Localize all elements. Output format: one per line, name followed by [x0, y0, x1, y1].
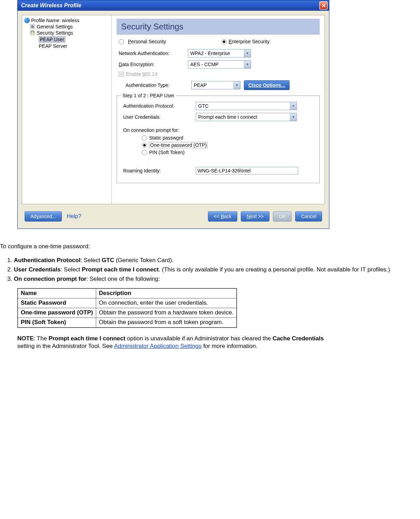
button-bar: Advanced... Help? << Back Next >> OK Can… — [20, 206, 327, 226]
otp-label: One-time password (OTP) — [149, 142, 208, 148]
tree-root-label: Profile Name: wireless — [31, 18, 79, 23]
radio-icon — [119, 39, 124, 44]
auth-type-dropdown[interactable]: PEAP ▼ — [191, 81, 240, 89]
tree-peap-server[interactable]: PEAP Server — [24, 43, 110, 49]
next-button[interactable]: Next >> — [241, 211, 270, 222]
doc-step-1: Authentication Protocol: Select GTC (Gen… — [14, 257, 420, 265]
table-row: One-time password (OTP)Obtain the passwo… — [18, 308, 237, 317]
network-auth-value: WPA2 - Enterprise — [188, 51, 244, 56]
tree-general-label: General Settings — [37, 24, 73, 29]
doc-intro: To configure a one-time password: — [0, 243, 420, 251]
network-auth-label: Network Authentication: — [119, 51, 188, 56]
user-cred-value: Prompt each time I connect — [196, 114, 290, 120]
chevron-down-icon: ▼ — [244, 61, 250, 68]
cancel-button[interactable]: Cancel — [295, 211, 322, 222]
enterprise-security-label: nterprise Security — [232, 39, 270, 44]
window-title: Create Wireless Profile — [19, 2, 81, 9]
dialog-body: Profile Name: wireless General Settings … — [22, 15, 325, 204]
tree-peap-server-label: PEAP Server — [39, 43, 67, 49]
roaming-identity-input[interactable]: WNG-SE-LP14-326\Intel — [196, 167, 298, 175]
step-legend: Step 1 of 2 : PEAP User — [121, 93, 176, 98]
ok-button[interactable]: OK — [273, 211, 292, 222]
user-cred-label: User Credentials: — [123, 114, 196, 120]
static-password-radio[interactable]: Static password — [142, 135, 315, 141]
radio-icon — [142, 135, 147, 141]
chevron-down-icon: ▼ — [234, 81, 240, 89]
radio-selected-icon — [142, 143, 147, 148]
chevron-down-icon: ▼ — [244, 50, 250, 57]
create-wireless-profile-dialog: Create Wireless Profile ✕ Profile Name: … — [17, 0, 329, 229]
advanced-button[interactable]: Advanced... — [25, 211, 62, 222]
auth-proto-label: Authentication Protocol: — [123, 103, 196, 109]
network-auth-dropdown[interactable]: WPA2 - Enterprise ▼ — [188, 49, 251, 57]
auth-proto-dropdown[interactable]: GTC ▼ — [196, 102, 297, 110]
tree-general[interactable]: General Settings — [24, 24, 110, 30]
close-icon[interactable]: ✕ — [319, 1, 328, 10]
enable-8021x-checkbox: ✓ Enable 802.1X — [117, 71, 320, 77]
back-button[interactable]: << Back — [208, 211, 237, 222]
doc-step-3: On connection prompt for: Select one of … — [14, 275, 420, 283]
tree-peap-user[interactable]: PEAP User — [24, 36, 110, 43]
personal-security-radio[interactable]: Personal Security — [119, 39, 166, 44]
lock-icon — [30, 30, 35, 36]
page-title: Security Settings — [117, 19, 320, 35]
doc-section: To configure a one-time password: Authen… — [0, 243, 420, 350]
enterprise-security-radio[interactable]: Enterprise Security — [221, 39, 270, 44]
personal-security-label: ersonal Security — [131, 39, 166, 44]
admin-settings-link[interactable]: Administrator Application Settings — [114, 343, 201, 349]
tree-root[interactable]: Profile Name: wireless — [24, 17, 110, 24]
radio-selected-icon — [221, 39, 227, 44]
cisco-options-button[interactable]: Cisco Options... — [244, 80, 290, 90]
th-desc: Description — [96, 288, 237, 298]
chevron-down-icon: ▼ — [290, 102, 296, 110]
roaming-label: Roaming Identity: — [123, 168, 196, 173]
auth-type-label: Authentication Type: — [126, 82, 191, 88]
table-row: Static PasswordOn connection, enter the … — [18, 298, 237, 308]
tree-security-label: Security Settings — [37, 30, 73, 36]
doc-step-2: User Credentials: Select Prompt each tim… — [14, 266, 420, 274]
globe-icon — [24, 18, 30, 23]
data-enc-dropdown[interactable]: AES - CCMP ▼ — [188, 60, 251, 69]
peap-user-step: Step 1 of 2 : PEAP User Authentication P… — [117, 93, 320, 183]
titlebar: Create Wireless Profile ✕ — [18, 0, 329, 11]
th-name: Name — [18, 288, 96, 298]
user-cred-dropdown[interactable]: Prompt each time I connect ▼ — [196, 113, 297, 121]
nav-tree: Profile Name: wireless General Settings … — [22, 15, 112, 204]
pin-radio[interactable]: PIN (Soft Token) — [142, 150, 315, 155]
otp-radio[interactable]: One-time password (OTP) — [142, 142, 315, 148]
auth-type-value: PEAP — [192, 82, 234, 88]
roaming-identity-value: WNG-SE-LP14-326\Intel — [198, 168, 250, 173]
help-link[interactable]: Help? — [67, 213, 81, 220]
auth-proto-value: GTC — [196, 103, 290, 109]
chevron-down-icon: ▼ — [290, 113, 296, 121]
options-table: NameDescription Static PasswordOn connec… — [17, 288, 237, 328]
gear-icon — [30, 24, 35, 29]
tree-peap-user-label: PEAP User — [39, 36, 65, 43]
data-enc-label: Data Encryption: — [119, 62, 188, 67]
data-enc-value: AES - CCMP — [188, 62, 244, 67]
prompt-for-label: On connection prompt for: — [123, 127, 315, 133]
radio-icon — [142, 150, 147, 155]
checkbox-icon: ✓ — [119, 72, 124, 77]
table-row: PIN (Soft Token)Obtain the password from… — [18, 317, 237, 327]
main-pane: Security Settings Personal Security Ente… — [112, 15, 325, 204]
tree-security[interactable]: Security Settings — [24, 30, 110, 36]
doc-note: NOTE: The Prompt each time I connect opt… — [17, 335, 329, 351]
pin-label: PIN (Soft Token) — [149, 150, 184, 155]
